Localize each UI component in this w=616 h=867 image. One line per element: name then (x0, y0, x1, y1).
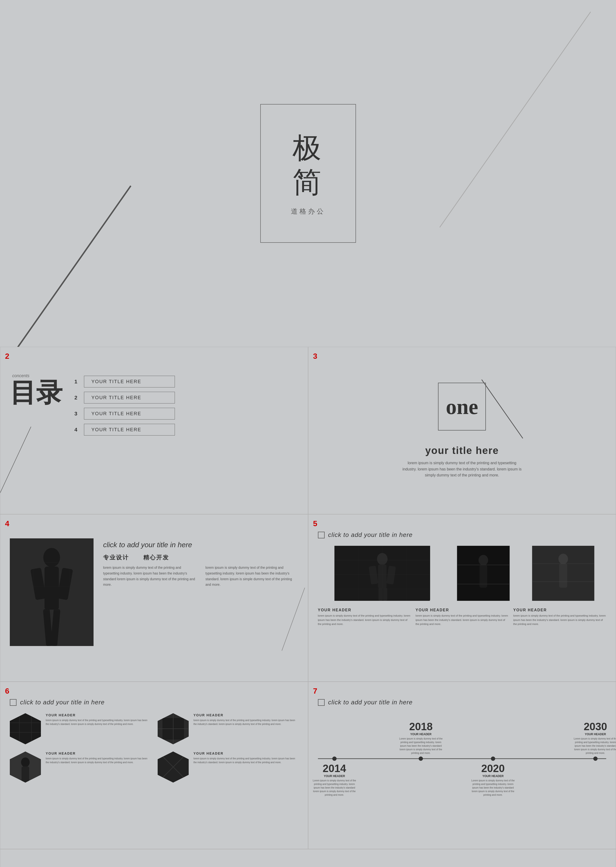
timeline-year-2014: 2014 (311, 762, 358, 774)
timeline-top-2030: 2030 YOUR HEADER Lorem ipsum is simply d… (572, 721, 616, 755)
deco-line-1 (440, 12, 591, 228)
timeline-point-2014: 2014 YOUR HEADER Lorem ipsum is simply d… (332, 757, 336, 761)
slide-2-contents: 2 concents 目录 1 YOUR TITLE HERE 2 YOUR T… (0, 347, 308, 514)
slide4-col-1: lorem ipsum is simply dummy text of the … (103, 565, 196, 587)
slide6-item4-desc: lorem ipsum is simply dummy text of the … (193, 757, 298, 764)
slide6-item2-header: YOUR HEADER (193, 713, 298, 717)
slide-4-image-text: 4 (0, 514, 308, 682)
slide4-photo (10, 539, 94, 646)
slide6-item-3-text: YOUR HEADER lorem ipsum is simply dummy … (46, 751, 151, 764)
timeline-top-2018: 2018 YOUR HEADER Lorem ipsum is simply d… (397, 721, 445, 755)
timeline-text-2014: Lorem ipsum is simply dummy text of the … (311, 779, 358, 797)
svg-point-1 (43, 548, 60, 567)
slide6-item-1: YOUR HEADER lorem ipsum is simply dummy … (10, 713, 151, 744)
slide6-item3-header: YOUR HEADER (46, 751, 151, 755)
slide5-photo-2 (448, 546, 519, 601)
timeline-point-2030: 2030 YOUR HEADER Lorem ipsum is simply d… (593, 757, 597, 761)
slide6-hex-2 (158, 713, 189, 744)
slide5-col3-desc: lorem ipsum is simply dummy text of the … (513, 614, 607, 627)
slide7-timeline-container: 2014 YOUR HEADER Lorem ipsum is simply d… (318, 716, 607, 802)
slide6-item-3: YOUR HEADER lorem ipsum is simply dummy … (10, 751, 151, 782)
timeline-dot-2030 (593, 757, 597, 761)
slide5-col-1: YOUR HEADER lorem ipsum is simply dummy … (318, 608, 411, 627)
slide6-hex-3 (10, 751, 41, 782)
svg-rect-18 (383, 587, 387, 601)
slide4-cols: lorem ipsum is simply dummy text of the … (103, 565, 298, 587)
slide6-hex-1 (10, 713, 41, 744)
slide5-photo-3 (520, 546, 606, 601)
slide6-main-title: click to add your title in here (20, 699, 105, 706)
slide5-title-row: click to add your title in here (318, 531, 607, 539)
contents-text-2: YOUR TITLE HERE (84, 392, 175, 404)
slide-number-3: 3 (313, 352, 317, 361)
timeline-header-2020: YOUR HEADER (469, 774, 517, 778)
slide4-header-2: 精心开发 (143, 554, 169, 561)
slide6-item2-desc: lorem ipsum is simply dummy text of the … (193, 718, 298, 726)
slide6-item1-desc: lorem ipsum is simply dummy text of the … (46, 718, 151, 726)
hero-box: 极 简 道格办公 (260, 104, 356, 243)
slide5-col2-header: YOUR HEADER (415, 608, 509, 612)
slide5-col-3: YOUR HEADER lorem ipsum is simply dummy … (513, 608, 607, 627)
contents-num-3: 3 (74, 411, 80, 417)
slide5-main-title: click to add your title in here (328, 531, 413, 539)
slide6-item-1-text: YOUR HEADER lorem ipsum is simply dummy … (46, 713, 151, 726)
slide-number-6: 6 (5, 687, 9, 696)
slide7-checkbox (318, 699, 325, 706)
slide-6-hex-grid: 6 click to add your title in here (0, 682, 308, 849)
contents-num-1: 1 (74, 379, 80, 385)
timeline-bottom-2014: 2014 YOUR HEADER Lorem ipsum is simply d… (311, 762, 358, 797)
contents-item-4: 4 YOUR TITLE HERE (74, 424, 175, 435)
svg-rect-17 (378, 587, 382, 601)
slide3-title: your title here (425, 445, 499, 456)
slide4-headers: 专业设计 精心开发 (103, 554, 298, 561)
slide7-main-title: click to add your title in here (328, 699, 413, 706)
timeline-bottom-2020: 2020 YOUR HEADER Lorem ipsum is simply d… (469, 762, 517, 797)
slide5-checkbox (318, 532, 325, 539)
contents-item-1: 1 YOUR TITLE HERE (74, 376, 175, 388)
slide6-hex-2-svg (158, 713, 189, 744)
svg-point-31 (559, 554, 568, 564)
slide5-col-2: YOUR HEADER lorem ipsum is simply dummy … (415, 608, 509, 627)
slide6-checkbox (10, 699, 17, 706)
contents-text-1: YOUR TITLE HERE (84, 376, 175, 388)
timeline-text-2030: Lorem ipsum is simply dummy text of the … (572, 737, 616, 755)
slide6-item-2: YOUR HEADER lorem ipsum is simply dummy … (158, 713, 298, 744)
svg-rect-35 (10, 713, 41, 744)
slide5-col1-header: YOUR HEADER (318, 608, 411, 612)
slide5-col1-desc: lorem ipsum is simply dummy text of the … (318, 614, 411, 627)
slide5-col2-desc: lorem ipsum is simply dummy text of the … (415, 614, 509, 627)
slide5-photo-2-svg (448, 546, 519, 601)
slide6-item-2-text: YOUR HEADER lorem ipsum is simply dummy … (193, 713, 298, 726)
slide-number-2: 2 (5, 352, 9, 361)
slide4-click-title: click to add your title in here (103, 541, 298, 549)
slide-3-one: 3 one your title here lorem ipsum is sim… (308, 347, 616, 514)
contents-item-3: 3 YOUR TITLE HERE (74, 408, 175, 419)
slide4-header-1: 专业设计 (103, 554, 129, 561)
timeline-line (318, 759, 607, 759)
slide6-title-row: click to add your title in here (10, 699, 298, 706)
slide-number-4: 4 (5, 519, 9, 528)
slide4-col-2: lorem ipsum is simply dummy text of the … (206, 565, 298, 587)
slide5-photo-row (318, 546, 607, 601)
svg-rect-2 (44, 567, 59, 609)
slide6-item3-desc: lorem ipsum is simply dummy text of the … (46, 757, 151, 764)
contents-label-en: concents (12, 373, 63, 379)
timeline-header-2030: YOUR HEADER (572, 733, 616, 736)
slide5-photo-1 (318, 546, 446, 601)
deco-line-2 (14, 185, 131, 347)
slide6-hex-4 (158, 751, 189, 782)
hero-title-line2: 简 (292, 165, 324, 200)
slide7-title-row: click to add your title in here (318, 699, 607, 706)
slide-7-timeline: 7 click to add your title in here 2014 Y… (308, 682, 616, 849)
slides-grid: 2 concents 目录 1 YOUR TITLE HERE 2 YOUR T… (0, 347, 616, 867)
slide6-grid: YOUR HEADER lorem ipsum is simply dummy … (10, 713, 298, 782)
contents-item-2: 2 YOUR TITLE HERE (74, 392, 175, 404)
contents-num-2: 2 (74, 395, 80, 401)
hero-subtitle: 道格办公 (291, 207, 325, 216)
slide6-hex-3-svg (10, 751, 41, 782)
timeline-point-2018: 2018 YOUR HEADER Lorem ipsum is simply d… (419, 757, 423, 761)
hero-title-line1: 极 (292, 131, 324, 165)
slide4-text-block: click to add your title in here 专业设计 精心开… (103, 539, 298, 587)
slide-number-5: 5 (313, 519, 317, 528)
svg-point-45 (21, 757, 30, 767)
